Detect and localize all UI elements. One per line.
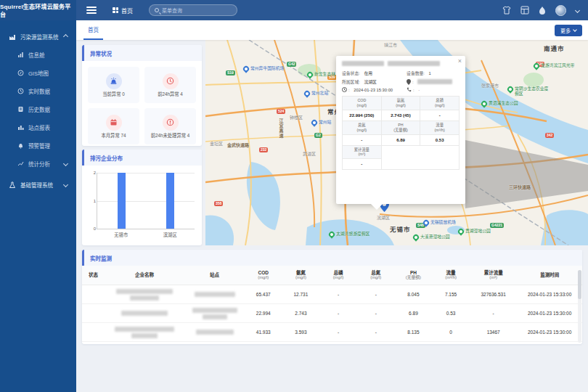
x-label: 无锡市 — [97, 232, 146, 238]
sidebar-item-alert-manage[interactable]: 预警管理 — [0, 136, 76, 155]
y-tick: 1 — [89, 199, 96, 203]
poi-wuxi-airport[interactable]: 无锡硕放机场 — [423, 220, 456, 226]
poi-changzhou-airport[interactable]: 常州奔牛国际机场 — [243, 66, 284, 72]
map-label-jiangyi-expy: 江宜高速 — [278, 118, 285, 139]
map-label-wujin: 武进区 — [303, 150, 316, 157]
calendar-icon — [106, 115, 122, 131]
map-label-zhangjiagang: 张家港市 — [481, 82, 499, 89]
sidebar-item-realtime-data[interactable]: 实时数据 — [0, 82, 76, 100]
tab-home[interactable]: 首页 — [83, 20, 103, 40]
device-address-redacted: : — [407, 79, 460, 85]
station-name-redacted — [184, 308, 245, 319]
popup-metrics-table: COD(mg/l) 氨氮(mg/l) 总磷(mg/l) 22.994 (250)… — [342, 96, 460, 170]
table-row[interactable]: 22.994 2.743 - - 6.89 0.53 - 2024-01-23 … — [82, 304, 582, 323]
poi-huangsipu-park[interactable]: 黄泗浦生态公园 — [481, 101, 518, 107]
card-24h-unhandled-abnormal[interactable]: 前24h未处理异常 4 — [144, 108, 196, 144]
enterprise-name-redacted — [105, 327, 184, 338]
abnormal-status-panel: 异常状况 当前异常 0 前24h异常 4 本月异常 74 前24h未处理异常 4 — [82, 45, 202, 146]
map-label-nantong: 南通市 — [544, 44, 565, 52]
flame-icon[interactable] — [539, 6, 546, 15]
sidebar-section-base-manage[interactable]: 基础管理系统 — [0, 176, 76, 194]
more-button[interactable]: 更多 — [555, 25, 582, 36]
sidebar-item-statistics[interactable]: 统计分析 — [0, 155, 76, 173]
sidebar-item-gis-map[interactable]: GIS地图 — [0, 64, 76, 82]
device-region: 滨湖区 — [364, 78, 376, 85]
y-tick: 2 — [89, 171, 96, 175]
sidebar-section-pollution-monitor[interactable]: 污染源监测系统 — [0, 28, 76, 46]
enterprise-name-redacted — [105, 289, 184, 301]
card-month-abnormal[interactable]: 本月异常 74 — [88, 108, 139, 144]
table-row[interactable]: 65.437 12.731 - - 8.045 7.155 327636.531… — [82, 285, 582, 304]
poi-longyouwan-scenic[interactable]: 龙游湾滨江风光带 — [534, 63, 574, 69]
theme-icon[interactable] — [502, 6, 511, 15]
phone-icon — [407, 87, 412, 92]
expand-chevron-icon — [63, 161, 68, 166]
road-shield: 524 — [277, 109, 285, 114]
layout-icon[interactable] — [520, 6, 529, 15]
user-avatar[interactable] — [555, 5, 566, 16]
poi-changzhou-north-station[interactable]: 常州北站 — [304, 91, 328, 97]
popup-close-icon[interactable]: × — [458, 57, 462, 65]
panel-title: 异常状况 — [82, 45, 202, 61]
table-row[interactable]: 41.933 3.593 - - 8.135 0 13467 2024-01-2… — [82, 323, 582, 342]
location-icon — [407, 79, 411, 85]
device-status: 在用 — [364, 70, 372, 76]
user-menu-chevron-icon[interactable] — [575, 7, 580, 12]
bar-binhu[interactable] — [166, 173, 174, 229]
bell-icon — [17, 142, 24, 149]
collapse-chevron-icon — [63, 34, 68, 39]
compass-icon — [17, 70, 24, 76]
bar-chart: 2 1 0 — [97, 173, 195, 229]
table-header: 状态 企业名称 站点 COD(mg/l) 氨氮(mg/l) 总磷(mg/l) 总… — [82, 266, 582, 285]
menu-search-input[interactable]: 菜单查询 — [149, 4, 237, 16]
top-bar: Squirrel生态环境云服务平台 首页 菜单查询 — [0, 0, 588, 20]
dashboard-icon — [17, 52, 24, 58]
map-label-sanhuan-expy: 三环快速路 — [509, 184, 531, 190]
table-scrollbar[interactable] — [578, 270, 581, 343]
line-chart-icon — [17, 160, 24, 167]
search-icon — [155, 8, 159, 12]
poi-changzhou-station[interactable]: 常州站 — [311, 120, 331, 126]
tab-strip: 首页 更多 — [76, 20, 588, 40]
clock-icon — [17, 88, 24, 94]
sidebar: 污染源监测系统 信息舱 GIS地图 实时数据 历史数据 站点报表 预警管理 统计… — [0, 20, 76, 392]
poi-xinlong-forest[interactable]: 新龙生态林 — [307, 72, 335, 78]
card-24h-abnormal[interactable]: 前24h异常 4 — [144, 67, 196, 103]
bar-wuxi[interactable] — [118, 173, 126, 229]
station-info-popup: × 设备状态: 在用 设备数量: 1 所属区域: 滨湖区 : : 2024-01… — [336, 56, 465, 204]
gis-map[interactable]: S19 G42 S39 232 358 G2 524 526 342 G4221… — [205, 40, 588, 245]
search-placeholder: 菜单查询 — [162, 7, 182, 14]
poi-changyinsha-resort[interactable]: 常阴沙生态农业度假区 — [507, 86, 552, 96]
sidebar-item-station-report[interactable]: 站点报表 — [0, 118, 76, 136]
enterprise-distribution-panel: 排污企业分布 2 1 0 无锡市 滨湖区 — [82, 150, 202, 245]
poi-taihuwan-resort[interactable]: 太湖湾旅游度假区 — [329, 232, 369, 237]
map-label-binhu: 滨湖区 — [377, 214, 390, 221]
popup-title-redacted — [342, 61, 460, 66]
alert-clock-icon — [163, 73, 179, 89]
home-grid-icon — [113, 7, 118, 13]
sidebar-item-history-data[interactable]: 历史数据 — [0, 100, 76, 118]
road-shield: G4221 — [490, 223, 504, 228]
road-shield: 342 — [545, 133, 554, 138]
realtime-monitor-panel: 实时监测 状态 企业名称 站点 COD(mg/l) 氨氮(mg/l) 总磷(mg… — [82, 250, 582, 344]
nav-home[interactable]: 首页 — [113, 7, 133, 15]
device-phone: : · — [407, 87, 460, 92]
map-label-zhonglou: 钟楼区 — [290, 114, 303, 121]
panel-title: 实时监测 — [82, 250, 582, 266]
road-shield: G2 — [314, 133, 322, 138]
factory-icon — [9, 33, 16, 41]
report-icon — [17, 124, 24, 131]
map-label-wuxi: 无锡市 — [390, 224, 411, 233]
poi-gonghu-wetland[interactable]: 贡湖湿地公园 — [458, 229, 491, 234]
x-label: 滨湖区 — [146, 232, 195, 238]
menu-toggle-icon[interactable] — [86, 7, 97, 14]
sidebar-item-info-hub[interactable]: 信息舱 — [0, 46, 76, 64]
expand-chevron-icon — [63, 182, 68, 187]
road-shield: G42 — [287, 62, 296, 67]
poi-daxigang-wetland[interactable]: 大溪港湿地公园 — [413, 234, 450, 240]
flask-icon — [9, 181, 16, 189]
station-name-redacted — [184, 330, 245, 335]
card-current-abnormal[interactable]: 当前异常 0 — [88, 67, 139, 103]
map-label-jingjiang: 靖江市 — [384, 41, 397, 48]
road-shield: S19 — [226, 70, 235, 75]
